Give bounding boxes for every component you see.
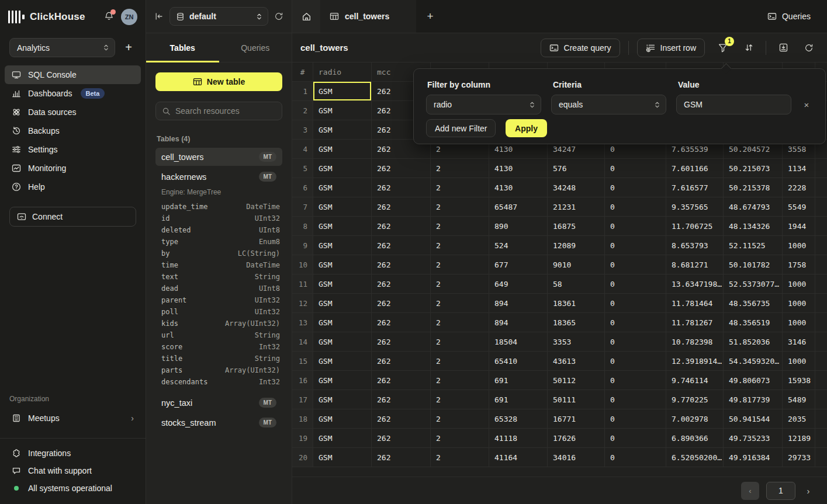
create-query-button[interactable]: Create query <box>541 39 620 57</box>
data-cell[interactable]: 0 <box>605 274 666 294</box>
data-cell[interactable]: 49.916384 <box>724 448 783 467</box>
sidebar-item-sql-console[interactable]: SQL Console <box>5 65 141 84</box>
home-button[interactable] <box>292 0 320 33</box>
data-cell[interactable]: 10.782398 <box>666 332 724 352</box>
data-cell[interactable]: 524 <box>489 236 548 255</box>
sidebar-item-data-sources[interactable]: Data sources <box>5 103 141 121</box>
data-cell[interactable]: 262 <box>372 390 431 409</box>
data-cell[interactable]: 18504 <box>489 332 548 352</box>
data-cell[interactable]: 43613 <box>548 352 605 371</box>
explorer-tab-tables[interactable]: Tables <box>146 33 219 62</box>
data-cell[interactable]: 48.356735 <box>724 294 783 313</box>
data-cell[interactable]: 7.601166 <box>666 159 724 178</box>
data-cell[interactable]: 48.356519 <box>724 313 783 332</box>
data-cell[interactable]: 6.890366 <box>666 429 724 448</box>
data-cell[interactable]: 576 <box>548 159 605 178</box>
data-cell[interactable]: GSM <box>313 178 372 197</box>
filter-column-select[interactable]: radio <box>426 95 541 114</box>
data-cell[interactable]: 9.357565 <box>666 197 724 217</box>
data-cell[interactable]: 16771 <box>548 409 605 429</box>
data-cell[interactable]: 2 <box>431 390 489 409</box>
data-cell[interactable]: 0 <box>605 352 666 371</box>
data-cell[interactable]: GSM <box>313 82 372 101</box>
data-cell[interactable]: 262 <box>372 159 431 178</box>
data-cell[interactable]: GSM <box>313 390 372 409</box>
data-cell[interactable]: 1944 <box>783 217 815 236</box>
data-cell[interactable]: 2 <box>431 313 489 332</box>
sidebar-item-monitoring[interactable]: Monitoring <box>5 159 141 178</box>
pagination-next-button[interactable]: › <box>802 486 814 496</box>
data-cell[interactable]: 2 <box>431 274 489 294</box>
data-cell[interactable]: 0 <box>605 409 666 429</box>
data-cell[interactable]: 0 <box>605 332 666 352</box>
data-cell[interactable]: 11.781464 <box>666 294 724 313</box>
data-cell[interactable]: GSM <box>313 159 372 178</box>
sidebar-item-all-systems-operational[interactable]: All systems operational <box>5 479 141 497</box>
data-cell[interactable]: 1000 <box>783 313 815 332</box>
data-cell[interactable]: 262 <box>372 313 431 332</box>
data-cell[interactable]: 29733 <box>783 448 815 467</box>
data-cell[interactable]: 12089 <box>548 236 605 255</box>
data-cell[interactable]: 262 <box>372 429 431 448</box>
data-cell[interactable]: 2 <box>431 429 489 448</box>
data-cell[interactable]: 34248 <box>548 178 605 197</box>
data-cell[interactable]: GSM <box>313 236 372 255</box>
data-cell[interactable]: 50112 <box>548 371 605 390</box>
data-cell[interactable]: GSM <box>313 101 372 120</box>
data-cell[interactable]: 50.941544 <box>724 409 783 429</box>
data-cell[interactable]: GSM <box>313 140 372 159</box>
data-cell[interactable]: 17626 <box>548 429 605 448</box>
data-cell[interactable]: 2228 <box>783 178 815 197</box>
data-cell[interactable]: 0 <box>605 236 666 255</box>
data-cell[interactable]: 890 <box>489 217 548 236</box>
insert-row-button[interactable]: Insert row <box>637 39 705 57</box>
data-cell[interactable]: 0 <box>605 178 666 197</box>
data-cell[interactable]: 13.6347198… <box>666 274 724 294</box>
data-cell[interactable]: 50.101782 <box>724 255 783 274</box>
download-button[interactable] <box>774 39 792 57</box>
table-list-item-stocks_stream[interactable]: stocks_streamMT <box>155 413 282 432</box>
data-cell[interactable]: 2 <box>431 448 489 467</box>
data-cell[interactable]: GSM <box>313 371 372 390</box>
sidebar-item-meetups[interactable]: Meetups› <box>5 409 141 427</box>
new-tab-button[interactable]: + <box>416 0 444 33</box>
data-cell[interactable]: 8.681271 <box>666 255 724 274</box>
table-list-item-hackernews[interactable]: hackernewsMT <box>155 168 282 186</box>
data-cell[interactable]: 15938 <box>783 371 815 390</box>
filter-criteria-select[interactable]: equals <box>551 95 666 114</box>
data-cell[interactable]: 894 <box>489 313 548 332</box>
apply-filter-button[interactable]: Apply <box>506 119 547 137</box>
data-cell[interactable]: 5549 <box>783 197 815 217</box>
data-cell[interactable]: 1000 <box>783 294 815 313</box>
data-cell[interactable]: 58 <box>548 274 605 294</box>
data-cell[interactable]: 1758 <box>783 255 815 274</box>
data-cell[interactable]: 18361 <box>548 294 605 313</box>
filter-close-button[interactable]: × <box>801 99 812 110</box>
filter-value-input[interactable] <box>684 100 785 109</box>
workspace-select[interactable]: Analytics <box>9 38 115 57</box>
data-cell[interactable]: GSM <box>313 448 372 467</box>
data-cell[interactable]: GSM <box>313 409 372 429</box>
data-cell[interactable]: GSM <box>313 255 372 274</box>
data-cell[interactable]: 6.52050200… <box>666 448 724 467</box>
data-cell[interactable]: 65487 <box>489 197 548 217</box>
data-cell[interactable]: 9.770225 <box>666 390 724 409</box>
data-cell[interactable]: 12.3918914… <box>666 352 724 371</box>
data-cell[interactable]: 262 <box>372 371 431 390</box>
data-cell[interactable]: GSM <box>313 274 372 294</box>
data-cell[interactable]: 894 <box>489 294 548 313</box>
data-cell[interactable]: 4130 <box>489 159 548 178</box>
data-cell[interactable]: 0 <box>605 217 666 236</box>
data-cell[interactable]: GSM <box>313 313 372 332</box>
data-cell[interactable]: 0 <box>605 294 666 313</box>
data-cell[interactable]: GSM <box>313 197 372 217</box>
data-cell[interactable]: 0 <box>605 390 666 409</box>
data-cell[interactable]: 2 <box>431 409 489 429</box>
sidebar-item-settings[interactable]: Settings <box>5 140 141 159</box>
collapse-panel-button[interactable] <box>154 12 164 21</box>
data-cell[interactable]: 262 <box>372 236 431 255</box>
data-cell[interactable]: 691 <box>489 390 548 409</box>
data-cell[interactable]: 52.11525 <box>724 236 783 255</box>
data-cell[interactable]: 2 <box>431 178 489 197</box>
data-cell[interactable]: 3146 <box>783 332 815 352</box>
